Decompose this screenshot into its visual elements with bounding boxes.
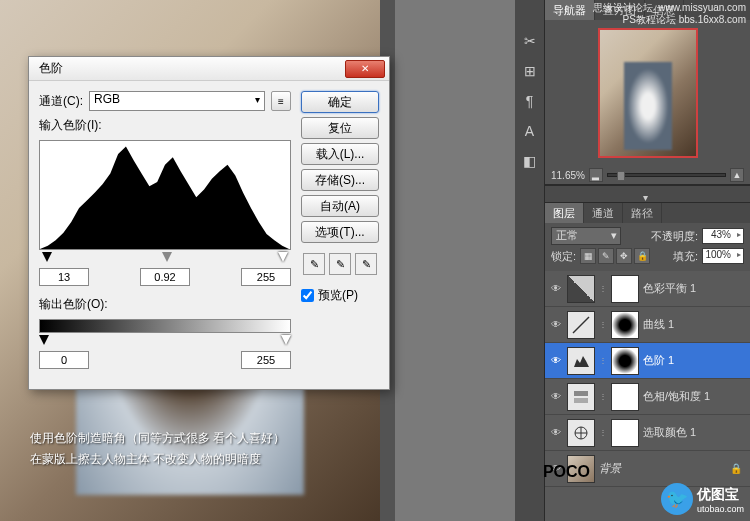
tab-paths[interactable]: 路径 — [623, 203, 662, 223]
caption-line-1: 使用色阶制造暗角（同等方式很多 看个人喜好） — [30, 428, 285, 450]
mask-thumb[interactable] — [611, 347, 639, 375]
tool-icon-2[interactable]: ⊞ — [517, 58, 543, 84]
layer-row-selective[interactable]: 👁 ⋮ 选取颜色 1 — [545, 415, 750, 451]
input-levels-label: 输入色阶(I): — [39, 117, 102, 134]
channel-select[interactable]: RGB — [89, 91, 265, 111]
tool-icon-5[interactable]: ◧ — [517, 148, 543, 174]
tab-navigator[interactable]: 导航器 — [545, 0, 595, 20]
dialog-title: 色阶 — [33, 60, 345, 77]
white-eyedropper[interactable]: ✎ — [355, 253, 377, 275]
tab-layers[interactable]: 图层 — [545, 203, 584, 223]
preview-label: 预览(P) — [318, 287, 358, 304]
output-gradient — [39, 319, 291, 333]
reset-button[interactable]: 复位 — [301, 117, 379, 139]
instruction-caption: 使用色阶制造暗角（同等方式很多 看个人喜好） 在蒙版上擦去人物主体 不改变人物的… — [30, 428, 285, 471]
visibility-icon[interactable]: 👁 — [549, 390, 563, 404]
link-icon: ⋮ — [599, 356, 607, 365]
opacity-input[interactable]: 43% — [702, 228, 744, 244]
zoom-slider-handle[interactable] — [617, 171, 625, 181]
output-slider-track — [39, 335, 291, 347]
layer-row-color-balance[interactable]: 👁 ⋮ 色彩平衡 1 — [545, 271, 750, 307]
fill-input[interactable]: 100% — [702, 248, 744, 264]
tool-icon-4[interactable]: A — [517, 118, 543, 144]
visibility-icon[interactable]: 👁 — [549, 318, 563, 332]
svg-rect-0 — [574, 391, 588, 396]
zoom-value[interactable]: 11.65% — [551, 170, 585, 181]
input-white-slider[interactable] — [278, 252, 288, 262]
tool-icon-1[interactable]: ✂ — [517, 28, 543, 54]
save-button[interactable]: 存储(S)... — [301, 169, 379, 191]
link-icon: ⋮ — [599, 284, 607, 293]
histogram[interactable] — [39, 140, 291, 250]
visibility-icon[interactable]: 👁 — [549, 354, 563, 368]
auto-button[interactable]: 自动(A) — [301, 195, 379, 217]
zoom-in-button[interactable]: ▲ — [730, 168, 744, 182]
adjustment-thumb-selective[interactable] — [567, 419, 595, 447]
tool-icon-3[interactable]: ¶ — [517, 88, 543, 114]
lock-pixels-icon[interactable]: ✎ — [598, 248, 614, 264]
caption-line-2: 在蒙版上擦去人物主体 不改变人物的明暗度 — [30, 449, 285, 471]
adjustment-thumb-levels[interactable] — [567, 347, 595, 375]
load-button[interactable]: 载入(L)... — [301, 143, 379, 165]
layer-row-curves[interactable]: 👁 ⋮ 曲线 1 — [545, 307, 750, 343]
input-white-field[interactable]: 255 — [241, 268, 291, 286]
mask-thumb[interactable] — [611, 419, 639, 447]
close-button[interactable]: ✕ — [345, 60, 385, 78]
adjustment-thumb-curves[interactable] — [567, 311, 595, 339]
collapsed-panel-strip: ✂ ⊞ ¶ A ◧ — [515, 0, 545, 521]
input-gamma-field[interactable]: 0.92 — [140, 268, 190, 286]
levels-dialog: 色阶 ✕ 通道(C): RGB ≡ 输入色阶(I): — [28, 56, 390, 390]
output-white-slider[interactable] — [281, 335, 291, 345]
lock-transparent-icon[interactable]: ▦ — [580, 248, 596, 264]
zoom-slider[interactable] — [607, 173, 726, 177]
opacity-label: 不透明度: — [651, 229, 698, 244]
layer-row-levels[interactable]: 👁 ⋮ 色阶 1 — [545, 343, 750, 379]
input-slider-track — [39, 252, 291, 264]
lock-all-icon[interactable]: 🔒 — [634, 248, 650, 264]
output-levels-label: 输出色阶(O): — [39, 296, 108, 313]
input-black-field[interactable]: 13 — [39, 268, 89, 286]
link-icon: ⋮ — [599, 392, 607, 401]
zoom-out-button[interactable]: ▂ — [589, 168, 603, 182]
layer-name: 色相/饱和度 1 — [643, 389, 746, 404]
output-white-field[interactable]: 255 — [241, 351, 291, 369]
navigator-panel: 导航器 直方图 信息 11.65% ▂ ▲ — [545, 0, 750, 185]
options-button[interactable]: 选项(T)... — [301, 221, 379, 243]
navigator-thumbnail[interactable] — [598, 28, 698, 158]
adjustment-icons-bar: ▾ — [545, 185, 750, 203]
layer-name: 曲线 1 — [643, 317, 746, 332]
visibility-icon[interactable]: 👁 — [549, 282, 563, 296]
navigator-preview[interactable] — [545, 20, 750, 166]
svg-rect-1 — [574, 398, 588, 403]
watermark-url: utobao.com — [697, 504, 744, 514]
input-gamma-slider[interactable] — [162, 252, 172, 262]
preview-checkbox-row[interactable]: 预览(P) — [301, 287, 379, 304]
ok-button[interactable]: 确定 — [301, 91, 379, 113]
watermark-bird-icon: 🐦 — [661, 483, 693, 515]
tab-channels[interactable]: 通道 — [584, 203, 623, 223]
workspace-background — [395, 0, 515, 521]
blend-mode-select[interactable]: 正常 — [551, 227, 621, 245]
channel-label: 通道(C): — [39, 93, 83, 110]
mask-thumb[interactable] — [611, 311, 639, 339]
black-eyedropper[interactable]: ✎ — [303, 253, 325, 275]
input-black-slider[interactable] — [42, 252, 52, 262]
adjustment-thumb-color-balance[interactable] — [567, 275, 595, 303]
lock-icon: 🔒 — [730, 463, 742, 474]
watermark-top: 思缘设计论坛_www.missyuan.com PS教程论坛 bbs.16xx8… — [593, 2, 746, 26]
dialog-titlebar[interactable]: 色阶 ✕ — [29, 57, 389, 81]
adjustment-thumb-hue[interactable] — [567, 383, 595, 411]
layer-name: 选取颜色 1 — [643, 425, 746, 440]
mask-thumb[interactable] — [611, 275, 639, 303]
layer-name: 背景 — [599, 461, 726, 476]
layer-row-hue[interactable]: 👁 ⋮ 色相/饱和度 1 — [545, 379, 750, 415]
output-black-slider[interactable] — [39, 335, 49, 345]
mask-thumb[interactable] — [611, 383, 639, 411]
channel-prev-button[interactable]: ≡ — [271, 91, 291, 111]
visibility-icon[interactable]: 👁 — [549, 426, 563, 440]
output-black-field[interactable]: 0 — [39, 351, 89, 369]
layer-name: 色阶 1 — [643, 353, 746, 368]
preview-checkbox[interactable] — [301, 289, 314, 302]
gray-eyedropper[interactable]: ✎ — [329, 253, 351, 275]
lock-position-icon[interactable]: ✥ — [616, 248, 632, 264]
